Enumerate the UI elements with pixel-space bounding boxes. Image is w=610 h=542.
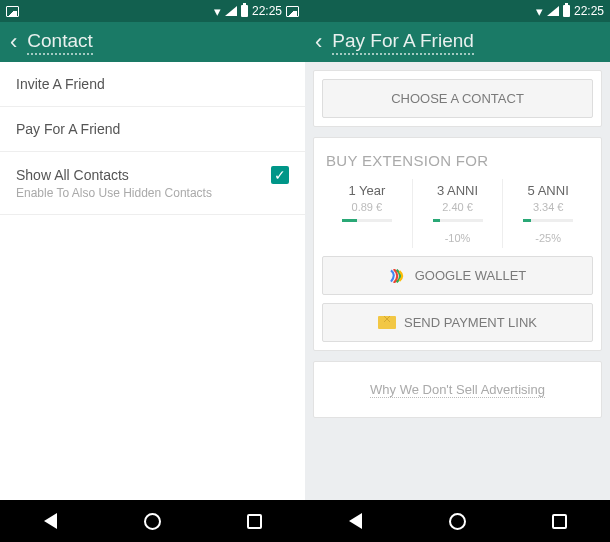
nav-bar <box>0 500 305 542</box>
plan-price: 2.40 € <box>415 201 501 213</box>
button-label: GOOGLE WALLET <box>415 268 527 283</box>
right-screen: ▾ 22:25 ‹ Pay For A Friend CHOOSE A CONT… <box>305 0 610 542</box>
page-title: Pay For A Friend <box>332 30 474 55</box>
app-bar: ‹ Pay For A Friend <box>305 22 610 62</box>
status-bar: ▾ 22:25 <box>305 0 610 22</box>
app-bar: ‹ Contact <box>0 22 305 62</box>
button-label: CHOOSE A CONTACT <box>391 91 524 106</box>
plan-5-anni[interactable]: 5 ANNI 3.34 € -25% <box>503 179 593 248</box>
envelope-icon <box>378 316 396 329</box>
checkbox-icon[interactable]: ✓ <box>271 166 289 184</box>
plan-1-year[interactable]: 1 Year 0.89 € <box>322 179 413 248</box>
list-item-label: Show All Contacts <box>16 167 129 183</box>
signal-icon <box>547 6 559 16</box>
list-item-label: Pay For A Friend <box>16 121 120 137</box>
button-label: SEND PAYMENT LINK <box>404 315 537 330</box>
nav-recent-button[interactable] <box>241 508 267 534</box>
plan-3-anni[interactable]: 3 ANNI 2.40 € -10% <box>413 179 504 248</box>
nav-home-button[interactable] <box>139 508 165 534</box>
plan-label: 3 ANNI <box>415 183 501 198</box>
plan-bar <box>342 219 392 222</box>
plan-discount: -10% <box>415 232 501 244</box>
nav-bar <box>305 500 610 542</box>
wifi-icon: ▾ <box>214 4 221 19</box>
status-time: 22:25 <box>574 4 604 18</box>
plan-price: 0.89 € <box>324 201 410 213</box>
back-icon[interactable]: ‹ <box>315 29 322 55</box>
plan-label: 1 Year <box>324 183 410 198</box>
nav-recent-button[interactable] <box>546 508 572 534</box>
pay-for-friend-item[interactable]: Pay For A Friend <box>0 107 305 152</box>
show-all-contacts-item[interactable]: Show All Contacts ✓ Enable To Also Use H… <box>0 152 305 215</box>
left-screen: ▾ 22:25 ‹ Contact Invite A Friend Pay Fo… <box>0 0 305 542</box>
send-payment-link-button[interactable]: SEND PAYMENT LINK <box>322 303 593 342</box>
signal-icon <box>225 6 237 16</box>
plan-bar <box>523 219 573 222</box>
plan-label: 5 ANNI <box>505 183 591 198</box>
battery-icon <box>241 5 248 17</box>
status-time: 22:25 <box>252 4 282 18</box>
plans-row: 1 Year 0.89 € 3 ANNI 2.40 € -10% 5 ANNI … <box>322 179 593 248</box>
page-title: Contact <box>27 30 92 55</box>
battery-icon <box>563 5 570 17</box>
list-item-label: Invite A Friend <box>16 76 105 92</box>
google-wallet-button[interactable]: GOOGLE WALLET <box>322 256 593 295</box>
list-item-sublabel: Enable To Also Use Hidden Contacts <box>16 186 289 200</box>
plan-discount: -25% <box>505 232 591 244</box>
card-heading: BUY EXTENSION FOR <box>322 146 593 179</box>
wifi-icon: ▾ <box>536 4 543 19</box>
link-label: Why We Don't Sell Advertising <box>370 382 545 398</box>
choose-contact-button[interactable]: CHOOSE A CONTACT <box>322 79 593 118</box>
image-icon <box>6 6 19 17</box>
nav-back-button[interactable] <box>38 508 64 534</box>
image-icon <box>286 6 299 17</box>
plan-price: 3.34 € <box>505 201 591 213</box>
google-wallet-icon <box>389 269 407 283</box>
back-icon[interactable]: ‹ <box>10 29 17 55</box>
plan-bar <box>433 219 483 222</box>
nav-back-button[interactable] <box>343 508 369 534</box>
nav-home-button[interactable] <box>444 508 470 534</box>
choose-contact-card: CHOOSE A CONTACT <box>313 70 602 127</box>
advertising-link-card[interactable]: Why We Don't Sell Advertising <box>313 361 602 418</box>
content-area: CHOOSE A CONTACT BUY EXTENSION FOR 1 Yea… <box>305 62 610 500</box>
status-bar: ▾ 22:25 <box>0 0 305 22</box>
content-area: Invite A Friend Pay For A Friend Show Al… <box>0 62 305 500</box>
buy-extension-card: BUY EXTENSION FOR 1 Year 0.89 € 3 ANNI 2… <box>313 137 602 351</box>
invite-friend-item[interactable]: Invite A Friend <box>0 62 305 107</box>
